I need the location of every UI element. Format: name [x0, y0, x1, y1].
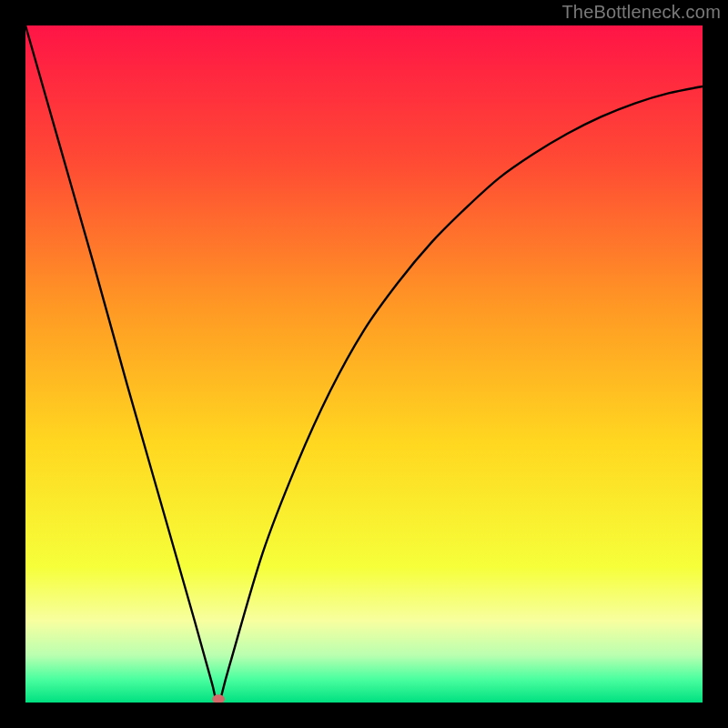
- gradient-background: [25, 25, 703, 703]
- plot-svg: [25, 25, 703, 703]
- plot-area: [25, 25, 703, 703]
- chart-frame: TheBottleneck.com: [0, 0, 728, 728]
- watermark-text: TheBottleneck.com: [561, 2, 721, 23]
